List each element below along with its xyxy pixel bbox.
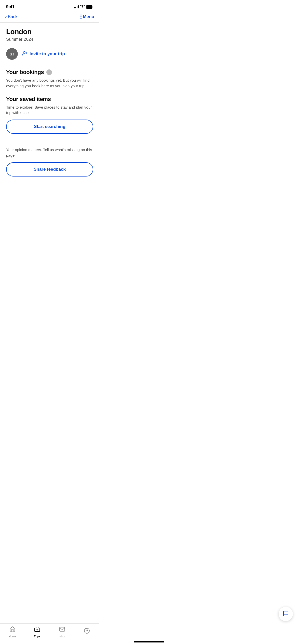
main-content: London Summer 2024 SJ Invite to your tri…	[0, 23, 99, 188]
bookings-badge	[46, 69, 52, 75]
svg-point-0	[23, 51, 25, 53]
feedback-description: Your opinion matters. Tell us what's mis…	[6, 147, 93, 158]
dots-icon	[80, 14, 82, 19]
bookings-header: Your bookings	[6, 69, 93, 76]
avatar: SJ	[6, 48, 18, 60]
bookings-description: You don't have any bookings yet. But you…	[6, 78, 93, 89]
status-bar: 9:41	[0, 0, 99, 12]
status-time: 9:41	[6, 4, 15, 9]
start-searching-button[interactable]: Start searching	[6, 120, 93, 134]
chevron-left-icon: ‹	[5, 14, 7, 19]
back-button[interactable]: ‹ Back	[5, 14, 17, 19]
invite-person-icon	[22, 51, 28, 57]
saved-items-title: Your saved items	[6, 96, 93, 103]
trip-city: London	[6, 28, 93, 36]
feedback-section: Your opinion matters. Tell us what's mis…	[6, 141, 93, 183]
menu-label: Menu	[83, 14, 94, 19]
menu-button[interactable]: Menu	[80, 14, 94, 19]
status-icons	[74, 5, 93, 9]
user-row: SJ Invite to your trip	[6, 48, 93, 60]
nav-bar: ‹ Back Menu	[0, 12, 99, 23]
bookings-title: Your bookings	[6, 69, 44, 76]
saved-items-section: Your saved items Time to explore! Save p…	[6, 96, 93, 134]
invite-button[interactable]: Invite to your trip	[22, 51, 65, 57]
share-feedback-button[interactable]: Share feedback	[6, 162, 93, 177]
invite-label: Invite to your trip	[30, 51, 65, 56]
trip-period: Summer 2024	[6, 37, 93, 42]
bookings-section: Your bookings You don't have any booking…	[6, 69, 93, 89]
signal-icon	[74, 5, 79, 8]
saved-items-description: Time to explore! Save places to stay and…	[6, 105, 93, 116]
wifi-icon	[80, 5, 85, 9]
back-label: Back	[8, 14, 18, 19]
battery-icon	[86, 5, 93, 9]
